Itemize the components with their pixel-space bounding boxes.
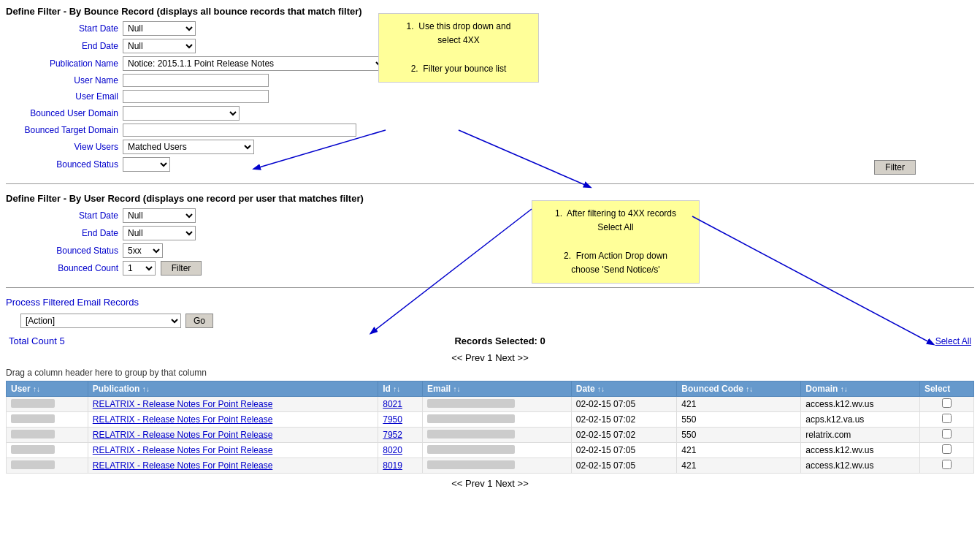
cell-user	[7, 443, 88, 458]
cell-domain: acps.k12.va.us	[801, 412, 920, 428]
cell-select	[919, 458, 973, 474]
end-date-select[interactable]: Null	[123, 39, 196, 53]
bounced-status-row-1: Bounced Status	[6, 157, 974, 172]
col-bounced-code[interactable]: Bounced Code ↑↓	[677, 381, 801, 397]
user-email-row: User Email	[6, 90, 974, 103]
select-all-link[interactable]: Select All	[935, 336, 971, 346]
pagination-bottom: << Prev 1 Next >>	[6, 478, 974, 489]
cell-bounced-code: 421	[677, 458, 801, 474]
results-table: User ↑↓ Publication ↑↓ Id ↑↓ Email ↑↓ Da…	[6, 381, 974, 474]
section2-user-record: Define Filter - By User Record (displays…	[6, 193, 974, 288]
s2-bounced-status-label: Bounced Status	[6, 246, 123, 256]
bounced-user-domain-select[interactable]	[123, 106, 240, 121]
filter-button-2[interactable]: Filter	[161, 261, 202, 276]
col-publication[interactable]: Publication ↑↓	[88, 381, 378, 397]
row-checkbox[interactable]	[942, 429, 952, 438]
cell-domain: access.k12.wv.us	[801, 397, 920, 412]
pub-name-select[interactable]: Notice: 2015.1.1 Point Release Notes	[123, 56, 386, 71]
end-date-label: End Date	[6, 41, 123, 51]
user-name-label: User Name	[6, 75, 123, 86]
cell-date: 02-02-15 07:05	[571, 397, 677, 412]
cell-id: 8021	[378, 397, 423, 412]
cell-id: 8020	[378, 443, 423, 458]
user-email-input[interactable]	[123, 90, 269, 103]
stats-row: Total Count 5 Records Selected: 0 Select…	[6, 335, 974, 346]
table-header-row: User ↑↓ Publication ↑↓ Id ↑↓ Email ↑↓ Da…	[7, 381, 974, 397]
s2-start-date-select[interactable]: Null	[123, 208, 196, 223]
s2-end-date-select[interactable]: Null	[123, 226, 196, 240]
s2-start-date-label: Start Date	[6, 210, 123, 221]
user-name-input[interactable]	[123, 74, 269, 87]
records-selected: Records Selected: 0	[454, 335, 545, 346]
cell-date: 02-02-15 07:02	[571, 412, 677, 428]
s2-bounced-count-row: Bounced Count 1 Filter	[6, 261, 974, 276]
bounced-user-domain-label: Bounced User Domain	[6, 108, 123, 118]
process-title: Process Filtered Email Records	[6, 297, 974, 308]
tooltip2-text: 1. After filtering to 4XX recordsSelect …	[555, 208, 676, 275]
col-select: Select	[919, 381, 973, 397]
row-checkbox[interactable]	[942, 460, 952, 469]
row-checkbox[interactable]	[942, 398, 952, 408]
s2-bounced-status-row: Bounced Status 5xx	[6, 243, 974, 258]
cell-bounced-code: 550	[677, 412, 801, 428]
cell-id: 7952	[378, 428, 423, 443]
s2-bounced-count-select[interactable]: 1	[123, 261, 156, 276]
cell-user	[7, 397, 88, 412]
bounced-status-select-1[interactable]	[123, 157, 170, 172]
cell-domain: relatrix.com	[801, 428, 920, 443]
table-row: RELATRIX - Release Notes For Point Relea…	[7, 428, 974, 443]
cell-select	[919, 428, 973, 443]
col-email[interactable]: Email ↑↓	[423, 381, 572, 397]
cell-user	[7, 458, 88, 474]
go-button[interactable]: Go	[185, 314, 213, 328]
view-users-select[interactable]: Matched Users	[123, 140, 254, 154]
cell-date: 02-02-15 07:02	[571, 428, 677, 443]
cell-select	[919, 397, 973, 412]
col-id[interactable]: Id ↑↓	[378, 381, 423, 397]
cell-domain: access.k12.wv.us	[801, 443, 920, 458]
table-row: RELATRIX - Release Notes For Point Relea…	[7, 458, 974, 474]
total-count: Total Count 5	[9, 335, 65, 346]
cell-date: 02-02-15 07:05	[571, 458, 677, 474]
cell-email	[423, 428, 572, 443]
cell-publication: RELATRIX - Release Notes For Point Relea…	[88, 412, 378, 428]
table-section: << Prev 1 Next >> Drag a column header h…	[6, 352, 974, 489]
start-date-label: Start Date	[6, 23, 123, 34]
table-row: RELATRIX - Release Notes For Point Relea…	[7, 412, 974, 428]
cell-email	[423, 458, 572, 474]
view-users-row: View Users Matched Users	[6, 140, 974, 154]
filter-button-1[interactable]: Filter	[874, 160, 916, 175]
s2-bounced-count-label: Bounced Count	[6, 263, 123, 273]
action-select[interactable]: [Action]	[20, 314, 181, 328]
process-section: Process Filtered Email Records [Action] …	[6, 297, 974, 346]
cell-user	[7, 428, 88, 443]
action-row: [Action] Go	[20, 314, 974, 328]
bounced-target-domain-label: Bounced Target Domain	[6, 125, 123, 135]
cell-bounced-code: 550	[677, 428, 801, 443]
col-user[interactable]: User ↑↓	[7, 381, 88, 397]
cell-email	[423, 397, 572, 412]
col-domain[interactable]: Domain ↑↓	[801, 381, 920, 397]
row-checkbox[interactable]	[942, 444, 952, 454]
tooltip-box-1: 1. Use this drop down andselect 4XX2. Fi…	[378, 13, 539, 83]
cell-domain: access.k12.wv.us	[801, 458, 920, 474]
pub-name-label: Publication Name	[6, 58, 123, 69]
s2-bounced-status-select[interactable]: 5xx	[123, 243, 163, 258]
bounced-user-domain-row: Bounced User Domain	[6, 106, 974, 121]
row-checkbox[interactable]	[942, 414, 952, 423]
bounced-target-domain-input[interactable]	[123, 124, 356, 137]
table-row: RELATRIX - Release Notes For Point Relea…	[7, 443, 974, 458]
cell-user	[7, 412, 88, 428]
start-date-select[interactable]: Null	[123, 21, 196, 36]
s2-end-date-row: End Date Null	[6, 226, 974, 240]
cell-id: 7950	[378, 412, 423, 428]
tooltip-box-2: 1. After filtering to 4XX recordsSelect …	[532, 200, 700, 284]
cell-select	[919, 443, 973, 458]
pagination-top: << Prev 1 Next >>	[6, 352, 974, 363]
cell-publication: RELATRIX - Release Notes For Point Relea…	[88, 443, 378, 458]
cell-email	[423, 443, 572, 458]
cell-bounced-code: 421	[677, 443, 801, 458]
col-date[interactable]: Date ↑↓	[571, 381, 677, 397]
bounced-target-domain-row: Bounced Target Domain	[6, 124, 974, 137]
cell-bounced-code: 421	[677, 397, 801, 412]
